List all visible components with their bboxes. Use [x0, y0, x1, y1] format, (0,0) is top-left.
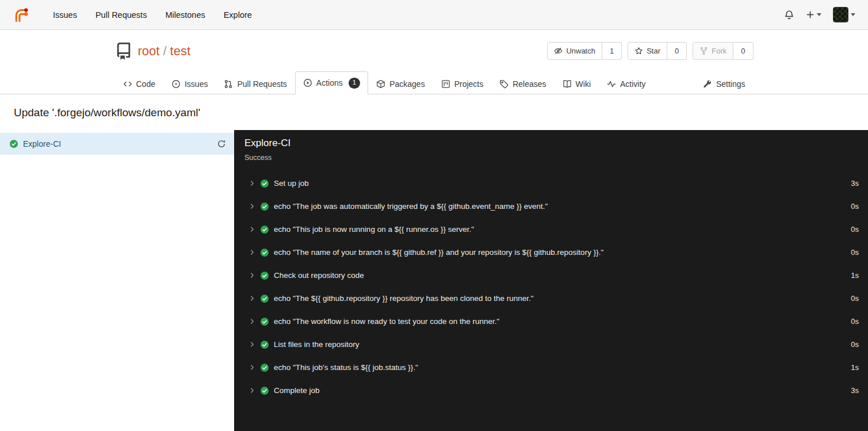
star-count[interactable]: 0 [667, 42, 687, 60]
steps-list: Set up job 3s echo "The job was automati… [234, 169, 868, 402]
main-content: Update '.forgejo/workflows/demo.yaml' Ex… [0, 94, 868, 431]
topnav-item-issues[interactable]: Issues [44, 0, 86, 30]
forgejo-logo[interactable] [13, 6, 30, 24]
unwatch-button[interactable]: Unwatch [547, 42, 602, 60]
topnav-item-explore[interactable]: Explore [215, 0, 261, 30]
repo-action-group: Star 0 [628, 42, 687, 60]
run-header: Explore-CI Success [234, 130, 868, 169]
pull-request-icon [224, 79, 233, 89]
tab-releases[interactable]: Releases [491, 73, 554, 94]
step-row[interactable]: Complete job 3s [234, 379, 868, 402]
tab-code[interactable]: Code [115, 73, 163, 94]
chevron-right-icon [249, 387, 255, 394]
rerun-refresh-icon[interactable] [217, 139, 226, 148]
step-duration: 0s [844, 317, 859, 326]
repo-path-separator: / [163, 44, 166, 59]
topnav-item-pull-requests[interactable]: Pull Requests [86, 0, 156, 30]
step-success-icon [260, 271, 269, 280]
repo-action-group: Fork 0 [693, 42, 753, 60]
step-success-icon [260, 225, 269, 234]
step-success-icon [260, 248, 269, 257]
step-success-icon [260, 294, 269, 303]
step-row[interactable]: echo "The name of your branch is ${{ git… [234, 241, 868, 264]
repo-name-link[interactable]: test [170, 44, 190, 59]
fork-count[interactable]: 0 [733, 42, 753, 60]
project-icon [441, 79, 450, 89]
repo-tab-bar: Code Issues Pull Requests Actions 1 Pack… [115, 71, 754, 94]
tab-settings[interactable]: Settings [695, 73, 754, 94]
step-row[interactable]: echo "The workflow is now ready to test … [234, 310, 868, 333]
user-menu[interactable] [833, 7, 855, 22]
user-avatar [833, 7, 848, 22]
book-icon [563, 79, 572, 89]
tab-issues[interactable]: Issues [163, 73, 216, 94]
step-row[interactable]: echo "This job is now running on a ${{ r… [234, 218, 868, 241]
step-duration: 0s [844, 294, 859, 303]
chevron-right-icon [249, 203, 255, 209]
chevron-right-icon [249, 341, 255, 348]
actions-icon [303, 78, 312, 87]
topnav-item-label: Milestones [165, 10, 205, 20]
job-status-text: Success [244, 154, 858, 162]
tab-wiki[interactable]: Wiki [555, 73, 599, 94]
plus-icon [806, 10, 815, 19]
chevron-right-icon [249, 318, 255, 325]
success-check-icon [9, 139, 18, 148]
create-new-button[interactable] [806, 10, 821, 19]
topnav-items: IssuesPull RequestsMilestonesExplore [44, 0, 261, 30]
step-success-icon [260, 340, 269, 349]
step-duration: 3s [844, 179, 859, 188]
step-row[interactable]: echo "The job was automatically triggere… [234, 195, 868, 218]
step-row[interactable]: Set up job 3s [234, 172, 868, 195]
step-name: echo "The job was automatically triggere… [274, 202, 548, 211]
topnav-item-milestones[interactable]: Milestones [156, 0, 214, 30]
tab-label: Releases [513, 79, 546, 89]
tab-activity[interactable]: Activity [599, 73, 653, 94]
step-name: echo "The workflow is now ready to test … [274, 317, 499, 326]
tab-label: Actions [316, 78, 343, 87]
run-panel: Explore-CI Success Set up job 3s echo "T… [234, 130, 868, 431]
tab-projects[interactable]: Projects [433, 73, 492, 94]
step-name: echo "The ${{ github.repository }} repos… [274, 294, 534, 303]
issue-icon [171, 79, 181, 89]
chevron-right-icon [249, 180, 255, 186]
step-duration: 0s [844, 225, 859, 234]
tab-packages[interactable]: Packages [368, 73, 433, 94]
tab-label: Pull Requests [237, 79, 286, 89]
step-row[interactable]: Check out repository code 1s [234, 264, 868, 287]
tab-label: Activity [620, 79, 645, 89]
step-success-icon [260, 386, 269, 395]
step-duration: 0s [844, 202, 859, 211]
star-button[interactable]: Star [628, 42, 667, 60]
tab-actions[interactable]: Actions 1 [295, 71, 368, 94]
repo-owner-link[interactable]: root [138, 44, 160, 59]
repo-header: root / test Unwatch 1 Star 0 Fork 0 Code… [0, 30, 868, 94]
step-name: Set up job [274, 179, 309, 188]
job-name: Explore-CI [23, 139, 61, 148]
chevron-right-icon [249, 226, 255, 232]
step-duration: 1s [844, 363, 859, 372]
eye-slash-icon [554, 47, 563, 55]
tab-badge: 1 [349, 78, 360, 89]
step-duration: 0s [844, 248, 859, 257]
unwatch-count[interactable]: 1 [602, 42, 622, 60]
tab-label: Issues [185, 79, 208, 89]
step-name: Complete job [274, 386, 320, 395]
topnav-item-label: Explore [224, 10, 252, 20]
step-success-icon [260, 363, 269, 372]
chevron-right-icon [249, 249, 255, 255]
step-row[interactable]: echo "The ${{ github.repository }} repos… [234, 287, 868, 310]
chevron-right-icon [249, 364, 255, 371]
notifications-bell-icon[interactable] [784, 10, 794, 20]
run-layout: Explore-CI Explore-CI Success Set up job… [0, 130, 868, 431]
job-item[interactable]: Explore-CI [0, 133, 234, 155]
tab-label: Code [136, 79, 155, 89]
step-name: echo "The name of your branch is ${{ git… [274, 248, 603, 257]
fork-button[interactable]: Fork [693, 42, 733, 60]
step-name: Check out repository code [274, 271, 364, 280]
step-success-icon [260, 317, 269, 326]
step-row[interactable]: echo "This job's status is ${{ job.statu… [234, 356, 868, 379]
tab-pull-requests[interactable]: Pull Requests [216, 73, 295, 94]
repo-tabs-list: Code Issues Pull Requests Actions 1 Pack… [115, 71, 654, 94]
step-row[interactable]: List files in the repository 0s [234, 333, 868, 356]
